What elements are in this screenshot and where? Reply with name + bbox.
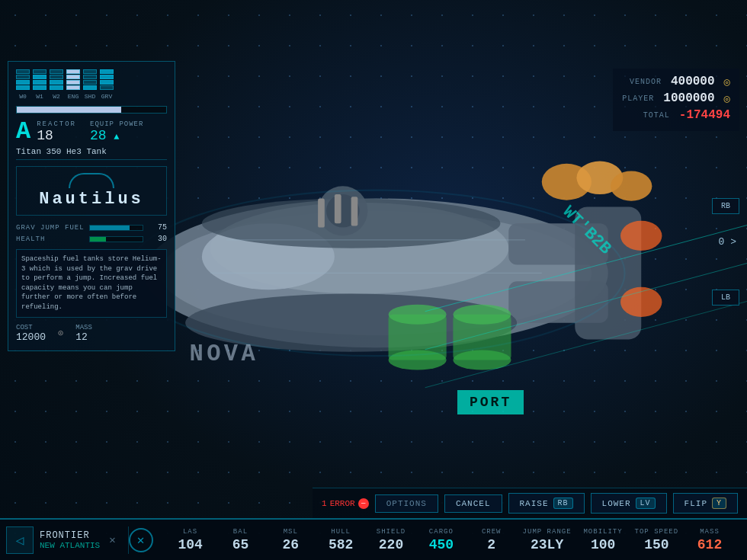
- stat-bar-w0: W0: [16, 69, 30, 100]
- bar-seg: [83, 80, 97, 85]
- player-value: 1000000: [663, 91, 714, 105]
- flip-button[interactable]: FLIP Y: [673, 493, 738, 514]
- stat-col-shield: SHIELD 220: [372, 528, 410, 552]
- bar-seg: [100, 85, 114, 90]
- stat-label-las: LAS: [183, 528, 197, 536]
- bar-seg: [16, 85, 30, 90]
- svg-rect-24: [318, 199, 325, 228]
- mass-value: 12: [75, 331, 92, 343]
- player-row: PLAYER 1000000 ◎: [622, 91, 730, 105]
- svg-point-15: [611, 171, 652, 201]
- grav-value: 75: [148, 223, 167, 232]
- equip-power-value: 28: [90, 128, 107, 143]
- stat-col-bal: BAL 65: [221, 528, 259, 552]
- stat-columns: LAS 104 BAL 65 MSL 26 HULL 582 SHIELD 22…: [159, 528, 741, 552]
- stat-bar-shd: SHD: [83, 69, 97, 100]
- stat-bar-w1: W1: [33, 69, 46, 100]
- mass-icon: ⊙: [58, 328, 63, 339]
- error-count: 1: [322, 499, 327, 508]
- stat-label-mass: MASS: [700, 528, 720, 536]
- bar-seg: [33, 75, 46, 79]
- tooltip-text: Spaceship fuel tanks store Helium-3 whic…: [21, 255, 162, 311]
- stat-value-cargo: 450: [429, 537, 454, 552]
- close-ship-button[interactable]: ✕: [106, 533, 118, 546]
- reactor-info: REACTOR 18: [37, 120, 76, 143]
- bar-label-grv: GRV: [101, 93, 112, 100]
- raise-button[interactable]: RAISE RB: [508, 493, 585, 514]
- ship-info-panel: W0 W1 W2: [8, 61, 175, 351]
- flip-key: Y: [712, 498, 726, 509]
- bar-seg: [33, 85, 46, 90]
- stat-label-bal: BAL: [233, 528, 248, 536]
- equip-power-section: EQUIP POWER 28 ▲: [90, 120, 143, 143]
- reactor-label: REACTOR: [37, 120, 76, 128]
- stat-col-las: LAS 104: [172, 528, 210, 552]
- stat-value-msl: 26: [282, 537, 299, 552]
- total-value: -174494: [679, 108, 730, 122]
- lb-button[interactable]: LB: [712, 290, 739, 306]
- cost-section: COST 12000: [16, 324, 46, 343]
- bar-seg: [50, 85, 63, 90]
- player-credit-icon: ◎: [724, 92, 730, 105]
- bar-label-eng: ENG: [68, 93, 79, 100]
- stat-value-hull: 582: [329, 537, 353, 552]
- progress-bar: [16, 106, 167, 114]
- stat-bar-w2: W2: [50, 69, 63, 100]
- lower-button[interactable]: LOWER LV: [591, 493, 667, 514]
- options-label: OPTIONS: [386, 499, 427, 508]
- error-badge: 1 ERROR —: [322, 498, 369, 509]
- x-cancel-button[interactable]: ✕: [129, 528, 153, 552]
- stat-value-jump: 23LY: [531, 537, 563, 552]
- svg-point-7: [620, 221, 662, 251]
- health-value: 30: [148, 235, 167, 243]
- health-bar: [89, 236, 143, 242]
- nautilus-logo: Nautilus: [16, 166, 167, 216]
- vendor-credit-icon: ◎: [724, 75, 730, 88]
- stat-value-bal: 65: [232, 537, 249, 552]
- stat-col-jump: JUMP RANGE 23LY: [523, 528, 572, 552]
- error-label: ERROR: [330, 499, 355, 508]
- bar-seg: [100, 75, 114, 79]
- equip-power-label: EQUIP POWER: [90, 120, 143, 128]
- stat-row-health: HEALTH 30: [16, 235, 167, 243]
- bar-seg: [50, 69, 63, 74]
- ship-icon: ◁: [6, 526, 34, 554]
- ship-selector[interactable]: ◁ FRONTIER NEW ATLANTIS ✕: [6, 526, 129, 554]
- economy-panel: VENDOR 400000 ◎ PLAYER 1000000 ◎ TOTAL -…: [613, 69, 739, 131]
- item-name: Titan 350 He3 Tank: [16, 147, 167, 160]
- health-label: HEALTH: [16, 235, 85, 243]
- stat-label-shield: SHIELD: [377, 528, 406, 536]
- vendor-label: VENDOR: [630, 78, 662, 86]
- cancel-label: CANCEL: [456, 499, 491, 508]
- svg-text:NOVA: NOVA: [190, 341, 258, 367]
- bar-label-w2: W2: [53, 93, 60, 100]
- lower-key: LV: [636, 498, 656, 509]
- stat-value-crew: 2: [487, 537, 495, 552]
- bar-seg: [33, 69, 46, 74]
- grav-bar-fill: [90, 226, 130, 230]
- ship-location: NEW ATLANTIS: [40, 541, 100, 550]
- bar-seg: [33, 80, 46, 85]
- rb-button[interactable]: RB: [712, 198, 739, 214]
- mass-label: MASS: [75, 324, 92, 331]
- options-button[interactable]: OPTIONS: [375, 494, 438, 513]
- bar-seg: [100, 69, 114, 74]
- bar-seg: [66, 69, 80, 74]
- raise-label: RAISE: [520, 499, 549, 508]
- cancel-button[interactable]: CANCEL: [444, 494, 502, 513]
- stat-col-msl: MSL 26: [271, 528, 309, 552]
- player-label: PLAYER: [622, 94, 654, 103]
- reactor-letter: A: [16, 120, 30, 144]
- stat-col-speed: TOP SPEED 150: [635, 528, 679, 552]
- ship-icon-area: ◁ FRONTIER NEW ATLANTIS ✕: [6, 526, 119, 554]
- grav-label: GRAV JUMP FUEL: [16, 224, 85, 232]
- stat-value-mass: 612: [697, 537, 722, 552]
- bar-label-w1: W1: [36, 93, 43, 100]
- stat-value-mobility: 100: [591, 537, 615, 552]
- cost-value: 12000: [16, 331, 46, 343]
- lower-label: LOWER: [602, 499, 631, 508]
- bar-seg: [66, 85, 80, 90]
- bar-label-shd: SHD: [85, 93, 95, 100]
- stat-value-speed: 150: [644, 537, 668, 552]
- health-bar-fill: [90, 237, 106, 242]
